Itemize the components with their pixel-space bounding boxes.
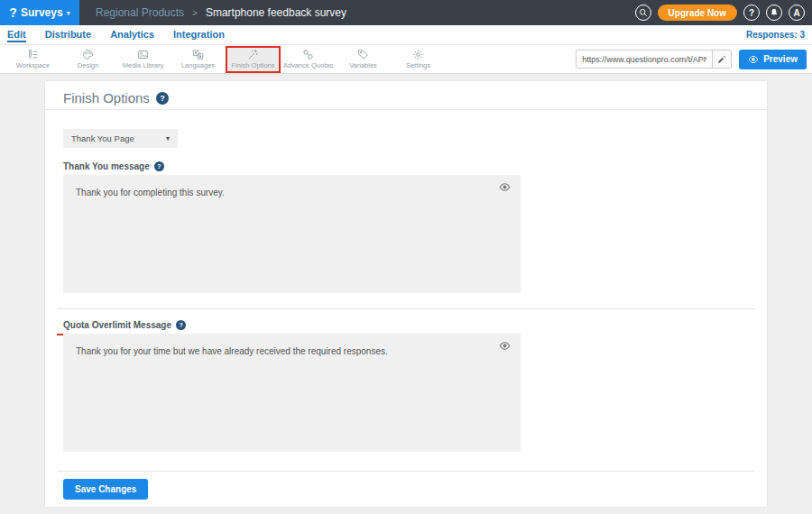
edit-url-button[interactable] [712, 50, 731, 69]
translate-icon [192, 49, 204, 60]
account-avatar[interactable]: A [789, 5, 805, 21]
thank-you-message-help-icon[interactable]: ? [154, 161, 164, 171]
main-content: Finish Options ? Thank You Page ▾ Thank … [0, 74, 812, 507]
tag-icon [357, 49, 369, 60]
workspace-icon [27, 49, 39, 60]
page-title: Finish Options [63, 90, 150, 106]
finish-options-help-icon[interactable]: ? [156, 92, 169, 105]
chevron-down-icon: ▾ [166, 134, 170, 142]
toolbar-item-settings[interactable]: Settings [391, 46, 446, 73]
toolbar-item-label: Design [78, 61, 98, 69]
notifications-button[interactable] [766, 5, 782, 21]
tab-analytics[interactable]: Analytics [110, 27, 154, 42]
toolbar-item-label: Languages [181, 61, 215, 69]
image-icon [137, 49, 149, 60]
search-icon [639, 8, 648, 17]
tab-distribute[interactable]: Distribute [45, 27, 91, 42]
bell-icon [770, 8, 779, 17]
pencil-icon [717, 55, 726, 64]
toolbar-item-finish-options[interactable]: Finish Options [226, 46, 281, 73]
quota-overlimit-help-icon[interactable]: ? [176, 320, 186, 330]
quota-overlimit-field: Thank you for your time but we have alre… [63, 334, 521, 455]
save-changes-button[interactable]: Save Changes [63, 479, 148, 500]
questionpro-logo-icon: ? [9, 5, 17, 20]
toolbar-item-label: Advance Quotas [283, 61, 333, 69]
help-button[interactable]: ? [743, 5, 760, 21]
finish-type-dropdown[interactable]: Thank You Page ▾ [63, 129, 178, 148]
finish-type-dropdown-value: Thank You Page [71, 133, 134, 143]
finish-options-card: Finish Options ? Thank You Page ▾ Thank … [45, 81, 767, 507]
quota-overlimit-preview-button[interactable] [499, 340, 511, 354]
breadcrumb-folder[interactable]: Regional Products [96, 6, 184, 19]
tab-integration[interactable]: Integration [173, 27, 225, 42]
toolbar-item-languages[interactable]: Languages [171, 46, 226, 73]
thank-you-message-label: Thank You message [63, 161, 150, 171]
preview-button[interactable]: Preview [739, 50, 807, 69]
card-header: Finish Options ? [63, 81, 749, 109]
thank-you-message-field: Thank you for completing this survey. [63, 175, 521, 297]
thank-you-message-textarea[interactable]: Thank you for completing this survey. [63, 175, 521, 293]
toolbar-item-label: Finish Options [232, 61, 275, 69]
topbar-actions: Upgrade Now ? A [635, 5, 812, 21]
gear-icon [412, 49, 424, 60]
survey-url-input[interactable] [577, 55, 712, 64]
magic-wand-icon [247, 49, 259, 60]
toolbar-item-advance-quotas[interactable]: Advance Quotas [281, 46, 336, 73]
quota-overlimit-label-row: Quota Overlimit Message ? [63, 319, 749, 330]
edit-toolbar: Workspace Design Media Library Languages… [0, 45, 812, 74]
upgrade-now-button[interactable]: Upgrade Now [658, 5, 737, 21]
quota-overlimit-label: Quota Overlimit Message [63, 320, 171, 330]
thank-you-message-preview-button[interactable] [499, 181, 511, 196]
footer-divider [57, 471, 755, 472]
surveys-menu[interactable]: ? Surveys ▾ [0, 0, 79, 25]
header-divider [45, 109, 767, 110]
breadcrumb-separator: > [192, 8, 198, 18]
quota-overlimit-textarea[interactable]: Thank you for your time but we have alre… [63, 334, 521, 452]
chevron-down-icon: ▾ [67, 9, 70, 17]
responses-count[interactable]: Responses: 3 [746, 30, 805, 40]
toolbar-item-label: Media Library [123, 61, 163, 69]
chain-links-icon [302, 49, 314, 60]
toolbar-item-media-library[interactable]: Media Library [115, 46, 171, 73]
toolbar-item-workspace[interactable]: Workspace [5, 46, 60, 73]
breadcrumb: Regional Products > Smartphone feedback … [96, 6, 346, 19]
eye-icon [748, 54, 759, 65]
eye-icon [499, 340, 511, 352]
survey-url-box [576, 50, 732, 69]
section-divider [57, 308, 755, 309]
toolbar-item-label: Settings [406, 61, 430, 69]
tab-edit[interactable]: Edit [7, 27, 26, 42]
toolbar-item-label: Workspace [16, 61, 50, 69]
preview-button-label: Preview [763, 54, 798, 64]
palette-icon [82, 49, 94, 60]
toolbar-item-variables[interactable]: Variables [336, 46, 391, 73]
breadcrumb-survey-title: Smartphone feedback survey [206, 6, 346, 19]
product-name: Surveys [21, 6, 63, 19]
section-tabs-bar: Edit Distribute Analytics Integration Re… [0, 25, 812, 45]
search-button[interactable] [635, 5, 651, 21]
toolbar-right: Preview [576, 50, 807, 69]
top-navbar: ? Surveys ▾ Regional Products > Smartpho… [0, 0, 812, 25]
toolbar-item-label: Variables [349, 61, 377, 69]
toolbar-item-design[interactable]: Design [60, 46, 115, 73]
eye-icon [499, 181, 511, 193]
thank-you-message-label-row: Thank You message ? [63, 161, 749, 171]
